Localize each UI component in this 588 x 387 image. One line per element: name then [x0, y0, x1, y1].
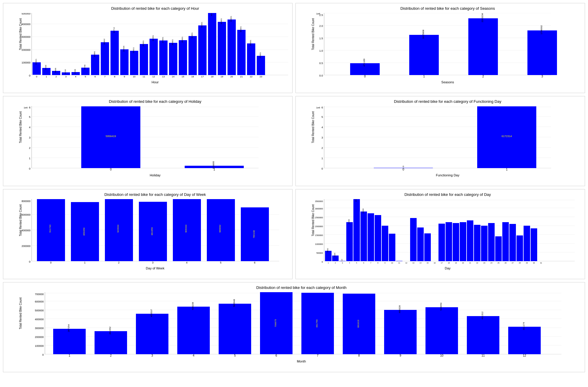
svg-text:4: 4 — [321, 126, 323, 129]
svg-rect-59 — [189, 36, 197, 75]
chart-holiday-svg: 1e6 0 1 2 3 4 5 6 5956419 0 — [21, 106, 289, 171]
svg-text:1: 1 — [423, 75, 425, 78]
chart-seasons-svg: 1e6 0.0 0.5 1.0 1.5 2.0 2.5 471169 0 — [314, 13, 582, 78]
svg-text:0: 0 — [322, 261, 323, 263]
svg-text:6172314: 6172314 — [501, 135, 512, 138]
chart-holiday-xlabel: Holiday — [21, 173, 289, 177]
svg-text:4: 4 — [75, 75, 77, 78]
svg-rect-247 — [467, 220, 473, 261]
svg-rect-292 — [136, 314, 168, 354]
svg-text:2: 2 — [482, 75, 484, 78]
svg-text:1: 1 — [321, 157, 323, 160]
svg-text:23396: 23396 — [74, 69, 76, 74]
svg-text:5: 5 — [234, 354, 236, 357]
svg-rect-249 — [474, 225, 480, 261]
svg-text:3: 3 — [152, 261, 153, 264]
svg-text:20: 20 — [462, 262, 464, 264]
svg-text:1e6: 1e6 — [24, 106, 28, 109]
svg-text:0: 0 — [321, 167, 323, 170]
svg-text:300000: 300000 — [35, 327, 44, 330]
svg-rect-265 — [531, 228, 537, 261]
svg-rect-319 — [508, 327, 541, 354]
svg-text:13: 13 — [412, 262, 415, 264]
chart-day-of-week-ylabel: Total Rented Bike Count — [19, 204, 22, 236]
svg-text:4: 4 — [29, 126, 30, 129]
svg-text:100000: 100000 — [35, 344, 44, 347]
svg-text:2: 2 — [321, 147, 323, 149]
svg-text:2.5: 2.5 — [319, 14, 323, 17]
chart-hour-title: Distribution of rented bike for each cat… — [21, 6, 289, 11]
svg-text:5: 5 — [321, 116, 323, 118]
svg-text:780138: 780138 — [253, 230, 255, 238]
svg-text:0: 0 — [364, 75, 366, 78]
svg-rect-231 — [410, 218, 417, 261]
svg-text:14: 14 — [172, 75, 175, 78]
svg-rect-216 — [360, 212, 367, 261]
chart-month-area: Total Rented Bike Count 0 100000 200000 … — [21, 292, 582, 363]
svg-text:261552: 261552 — [109, 326, 111, 334]
svg-rect-29 — [91, 55, 99, 75]
svg-text:0.0: 0.0 — [319, 74, 323, 77]
svg-text:163961: 163961 — [94, 51, 95, 57]
chart-month-ylabel: Total Rented Bike Count — [19, 297, 22, 329]
svg-text:59765: 59765 — [84, 64, 86, 69]
chart-hour-area: Total Rented Bike Count 0 100000 200000 … — [21, 13, 289, 84]
svg-text:859359: 859359 — [83, 227, 85, 235]
svg-text:0: 0 — [29, 260, 30, 263]
svg-text:2283234: 2283234 — [481, 13, 484, 22]
chart-functioning-day-xlabel: Functioning Day — [314, 173, 582, 177]
svg-text:4: 4 — [186, 261, 187, 264]
svg-text:13: 13 — [162, 75, 165, 78]
svg-text:23: 23 — [260, 75, 262, 78]
svg-text:700000: 700000 — [35, 293, 44, 296]
svg-text:21: 21 — [240, 75, 243, 78]
chart-month-title: Distribution of rented bike for each cat… — [21, 285, 582, 290]
chart-month: Distribution of rented bike for each cat… — [3, 282, 585, 372]
svg-rect-41 — [130, 51, 138, 75]
svg-text:15: 15 — [182, 75, 184, 78]
svg-text:6: 6 — [95, 75, 96, 78]
svg-text:5: 5 — [356, 262, 357, 264]
svg-rect-38 — [120, 49, 129, 75]
svg-text:5956419: 5956419 — [105, 135, 116, 138]
chart-day-xlabel: Day — [314, 266, 582, 270]
svg-rect-295 — [177, 307, 210, 354]
svg-text:400000: 400000 — [22, 23, 30, 26]
svg-text:431312: 431312 — [481, 311, 484, 319]
svg-text:0: 0 — [36, 75, 38, 78]
svg-text:3: 3 — [29, 136, 30, 139]
svg-text:20: 20 — [230, 75, 233, 78]
svg-text:2: 2 — [29, 147, 30, 149]
svg-text:1: 1 — [29, 157, 30, 160]
svg-text:300000: 300000 — [22, 35, 30, 38]
svg-text:0: 0 — [402, 168, 404, 171]
svg-rect-298 — [219, 304, 251, 354]
svg-text:255001: 255001 — [250, 40, 251, 46]
svg-text:220000: 220000 — [348, 219, 350, 224]
svg-rect-219 — [368, 213, 374, 261]
svg-text:30: 30 — [533, 262, 535, 264]
svg-text:3: 3 — [541, 75, 543, 78]
svg-rect-74 — [237, 30, 246, 75]
chart-seasons-title: Distribution of rented bike for each cat… — [314, 6, 582, 11]
chart-day-title: Distribution of rented bike for each cat… — [314, 192, 582, 197]
svg-text:10: 10 — [440, 354, 444, 357]
svg-text:923934: 923934 — [117, 225, 119, 232]
svg-text:0: 0 — [50, 261, 51, 264]
svg-text:113: 113 — [341, 259, 343, 262]
svg-rect-71 — [228, 19, 236, 75]
svg-text:16: 16 — [191, 75, 194, 78]
svg-text:100021: 100021 — [35, 58, 37, 65]
svg-rect-77 — [247, 43, 255, 75]
chart-functioning-day: Distribution of rented bike for each cat… — [295, 96, 585, 186]
svg-rect-241 — [446, 222, 452, 261]
chart-holiday-ylabel: Total Rented Bike Count — [19, 111, 22, 143]
svg-text:311174: 311174 — [522, 322, 525, 330]
svg-rect-44 — [140, 44, 148, 75]
svg-text:15: 15 — [427, 262, 429, 264]
svg-rect-235 — [424, 233, 431, 261]
svg-text:861959: 861959 — [151, 227, 153, 235]
svg-rect-65 — [208, 13, 216, 75]
svg-rect-225 — [389, 234, 395, 261]
svg-text:10: 10 — [133, 75, 136, 78]
